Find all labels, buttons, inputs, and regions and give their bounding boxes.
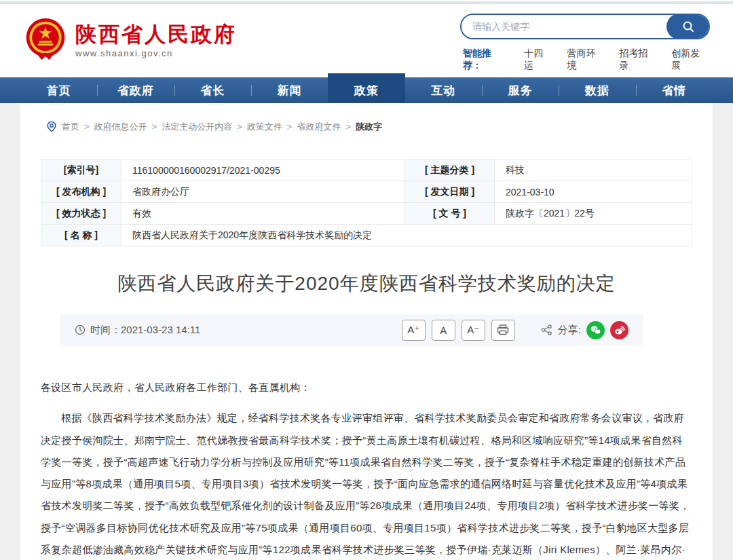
- article-tools: A⁺ A A⁻: [396, 320, 628, 341]
- breadcrumb-info-disclosure[interactable]: 政府信息公开: [94, 121, 157, 133]
- share-group: 分享:: [541, 321, 628, 339]
- article-paragraph: 根据《陕西省科学技术奖励办法》规定，经省科学技术奖各专业评审组评审、省科学技术奖…: [41, 407, 692, 560]
- theme-category-label: [ 主题分类 ]: [405, 160, 495, 181]
- hot-link-zhaokao[interactable]: 招考招录: [619, 48, 655, 72]
- article-meta-bar: 时间：2021-03-23 14:11 A⁺ A A⁻: [60, 314, 643, 346]
- nav-item-services[interactable]: 服务: [482, 77, 559, 103]
- nav-item-interaction[interactable]: 互动: [405, 77, 482, 103]
- font-smaller-button[interactable]: A⁻: [462, 320, 485, 341]
- breadcrumb-policy-docs[interactable]: 政策文件: [247, 121, 293, 133]
- share-label: 分享:: [558, 324, 581, 337]
- page-background: 首页 政府信息公开 法定主动公开内容 政策文件 省政府文件 陕政字 [索引号] …: [0, 103, 733, 560]
- table-row: [索引号] 116100000160002917/2021-00295 [ 主题…: [41, 160, 692, 181]
- breadcrumb-statutory-content[interactable]: 法定主动公开内容: [162, 121, 242, 133]
- document-info-table: [索引号] 116100000160002917/2021-00295 [ 主题…: [41, 159, 692, 246]
- hot-recommend-row: 智能推荐： 十四运 营商环境 招考招录 创新发展: [460, 48, 710, 72]
- breadcrumb-current: 陕政字: [356, 121, 382, 133]
- content-container: 首页 政府信息公开 法定主动公开内容 政策文件 省政府文件 陕政字 [索引号] …: [20, 103, 713, 560]
- breadcrumb-gov-docs[interactable]: 省政府文件: [297, 121, 351, 133]
- nav-item-provincial-gov[interactable]: 省政府: [97, 77, 174, 103]
- table-row: [ 名 称 ] 陕西省人民政府关于2020年度陕西省科学技术奖励的决定: [41, 225, 692, 246]
- site-name: 陕西省人民政府: [75, 23, 237, 46]
- hot-link-shisiyun[interactable]: 十四运: [524, 48, 551, 72]
- font-larger-button[interactable]: A⁺: [402, 320, 426, 341]
- font-normal-button[interactable]: A: [432, 320, 455, 341]
- document-name-label: [ 名 称 ]: [41, 225, 121, 246]
- nav-item-governor[interactable]: 省长: [174, 77, 251, 103]
- document-number-label: [ 文 号 ]: [405, 203, 495, 225]
- breadcrumb: 首页 政府信息公开 法定主动公开内容 政策文件 省政府文件 陕政字: [41, 121, 692, 133]
- validity-status-label: [ 效力状态 ]: [41, 203, 121, 225]
- nav-item-home[interactable]: 首页: [20, 77, 97, 103]
- print-button[interactable]: [491, 320, 515, 341]
- wechat-icon: [590, 325, 601, 335]
- weibo-share-button[interactable]: [610, 321, 628, 339]
- main-nav: 首页 省政府 省长 新闻 政策 互动 服务 数据 省情: [0, 77, 733, 103]
- article-body: 各设区市人民政府，省人民政府各工作部门、各直属机构： 根据《陕西省科学技术奖励办…: [41, 377, 692, 560]
- issuing-agency-label: [ 发布机构 ]: [41, 181, 121, 203]
- document-number-value: 陕政字〔2021〕22号: [495, 203, 692, 225]
- search-icon: [681, 20, 695, 33]
- search-area: 智能推荐： 十四运 营商环境 招考招录 创新发展: [460, 10, 710, 72]
- breadcrumb-home[interactable]: 首页: [62, 121, 90, 133]
- site-url: www.shaanxi.gov.cn: [75, 48, 237, 58]
- nav-item-news[interactable]: 新闻: [251, 77, 328, 103]
- article-title: 陕西省人民政府关于2020年度陕西省科学技术奖励的决定: [41, 271, 692, 297]
- search-button[interactable]: [666, 14, 710, 39]
- hot-link-chuangxin[interactable]: 创新发展: [671, 48, 707, 72]
- clock-icon: [75, 324, 86, 335]
- search-input[interactable]: [462, 15, 666, 38]
- issue-date-value: 2021-03-10: [495, 181, 692, 203]
- nav-item-province-profile[interactable]: 省情: [636, 77, 713, 103]
- nav-item-data[interactable]: 数据: [559, 77, 635, 103]
- index-number-value: 116100000160002917/2021-00295: [121, 160, 405, 181]
- table-row: [ 效力状态 ] 有效 [ 文 号 ] 陕政字〔2021〕22号: [41, 203, 692, 225]
- share-nodes-icon: [541, 324, 552, 335]
- nav-item-policy[interactable]: 政策: [328, 73, 405, 103]
- search-box: [460, 14, 710, 39]
- weibo-icon: [614, 325, 625, 335]
- hot-recommend-label: 智能推荐：: [463, 48, 508, 72]
- publish-time-text: 时间：2021-03-23 14:11: [90, 324, 200, 337]
- logo-text-block: 陕西省人民政府 www.shaanxi.gov.cn: [75, 23, 237, 58]
- index-number-label: [索引号]: [41, 160, 121, 181]
- theme-category-value: 科技: [495, 160, 692, 181]
- publish-time: 时间：2021-03-23 14:11: [75, 324, 200, 337]
- issue-date-label: [ 发文日期 ]: [405, 181, 495, 203]
- article-salutation: 各设区市人民政府，省人民政府各工作部门、各直属机构：: [41, 377, 692, 398]
- validity-status-value: 有效: [121, 203, 405, 225]
- site-header: 陕西省人民政府 www.shaanxi.gov.cn 智能推荐： 十四运 营商环…: [0, 4, 733, 77]
- hot-link-yingshang[interactable]: 营商环境: [567, 48, 603, 72]
- issuing-agency-value: 省政府办公厅: [121, 181, 405, 203]
- national-emblem-icon: [24, 18, 67, 64]
- table-row: [ 发布机构 ] 省政府办公厅 [ 发文日期 ] 2021-03-10: [41, 181, 692, 203]
- site-logo[interactable]: 陕西省人民政府 www.shaanxi.gov.cn: [24, 18, 237, 64]
- document-name-value: 陕西省人民政府关于2020年度陕西省科学技术奖励的决定: [121, 225, 692, 246]
- wechat-share-button[interactable]: [586, 321, 605, 339]
- location-pin-icon: [46, 121, 57, 133]
- printer-icon: [497, 324, 509, 335]
